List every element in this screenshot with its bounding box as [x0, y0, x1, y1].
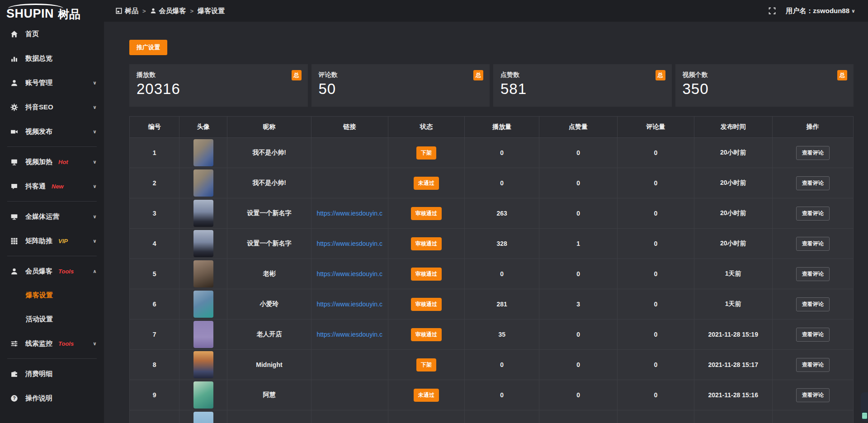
- view-comments-button[interactable]: 查看评论: [796, 267, 830, 281]
- sidebar-item-consumption-detail[interactable]: 消费明细: [0, 362, 104, 386]
- sidebar-item-label: 抖音SEO: [25, 103, 53, 112]
- breadcrumb-separator: >: [142, 8, 146, 14]
- cell-time: 20小时前: [694, 168, 772, 198]
- screen-icon: [10, 158, 18, 166]
- cell-link[interactable]: [311, 380, 388, 410]
- status-badge[interactable]: 下架: [416, 146, 436, 160]
- cell-status: 审核通过: [388, 198, 465, 229]
- floating-side-widget[interactable]: [861, 392, 868, 421]
- sidebar-subitem-activity-settings[interactable]: 活动设置: [0, 307, 104, 331]
- cell-plays: 0: [465, 138, 539, 168]
- sidebar-item-label: 数据总览: [25, 54, 52, 63]
- stat-card-plays: 播放数 20316 总: [129, 64, 308, 107]
- cell-plays: [465, 410, 539, 423]
- view-comments-button[interactable]: 查看评论: [796, 388, 830, 402]
- col-id: 编号: [130, 117, 179, 138]
- chat-bubble-icon: [10, 182, 18, 190]
- table-row: 8 Midnight 下架 0 0 0 2021-11-28 15:17 查看评…: [130, 350, 854, 380]
- cell-comments: 0: [618, 320, 694, 350]
- cell-comments: 0: [618, 168, 694, 198]
- promotion-settings-button[interactable]: 推广设置: [129, 40, 167, 55]
- view-comments-button[interactable]: 查看评论: [796, 176, 830, 190]
- video-camera-icon: [10, 127, 18, 136]
- total-badge: 总: [292, 70, 302, 80]
- cell-link[interactable]: [311, 350, 388, 380]
- status-badge[interactable]: 审核通过: [411, 237, 442, 250]
- total-badge: 总: [837, 70, 847, 80]
- cell-time: 1天前: [694, 289, 772, 320]
- cell-likes: [539, 410, 618, 423]
- avatar: [193, 291, 213, 318]
- view-comments-button[interactable]: 查看评论: [796, 237, 830, 251]
- breadcrumb-item-baoke-settings: 爆客设置: [198, 7, 225, 15]
- cell-actions: 查看评论: [772, 168, 853, 198]
- sidebar-item-clue-monitor[interactable]: 线索监控 Tools ∨: [0, 331, 104, 356]
- cell-link[interactable]: [311, 168, 388, 198]
- sidebar-item-label: 消费明细: [25, 370, 52, 378]
- sidebar-item-member-baoke[interactable]: 会员爆客 Tools ∧: [0, 259, 104, 283]
- cell-link[interactable]: https://www.iesdouyin.c: [311, 289, 388, 320]
- logo-brand: SHUPIN: [6, 8, 54, 20]
- view-comments-button[interactable]: 查看评论: [796, 358, 830, 372]
- sidebar-item-label: 全媒体运营: [25, 212, 59, 221]
- sidebar-item-all-media[interactable]: 全媒体运营 ∨: [0, 204, 104, 229]
- status-badge[interactable]: 审核通过: [411, 268, 442, 281]
- status-badge[interactable]: 未通过: [414, 177, 439, 190]
- tools-badge: Tools: [58, 340, 74, 347]
- avatar: [193, 260, 213, 287]
- cell-id: 5: [130, 259, 179, 289]
- sidebar-item-data-overview[interactable]: 数据总览: [0, 46, 104, 70]
- status-badge[interactable]: 审核通过: [411, 207, 442, 220]
- sidebar-item-label: 首页: [25, 30, 39, 38]
- avatar: [193, 412, 213, 423]
- cell-link[interactable]: [311, 138, 388, 168]
- table-row: 4 设置一个新名字 https://www.iesdouyin.c 审核通过 3…: [130, 229, 854, 259]
- status-badge[interactable]: 审核通过: [411, 298, 442, 311]
- breadcrumb-label: 会员爆客: [159, 7, 186, 15]
- cell-link[interactable]: https://www.iesdouyin.c: [311, 320, 388, 350]
- sidebar-item-douyin-seo[interactable]: 抖音SEO ∨: [0, 95, 104, 119]
- stat-card-comments: 评论数 50 总: [311, 64, 490, 107]
- sidebar-item-account-management[interactable]: 账号管理 ∨: [0, 70, 104, 95]
- sidebar-item-douketong[interactable]: 抖客通 New ∨: [0, 174, 104, 198]
- col-nickname: 昵称: [227, 117, 311, 138]
- table-row-partial: [130, 410, 854, 423]
- cell-likes: 0: [539, 380, 618, 410]
- view-comments-button[interactable]: 查看评论: [796, 207, 830, 221]
- logo-brand-cn: 树品: [58, 9, 80, 20]
- status-badge[interactable]: 审核通过: [411, 328, 442, 341]
- cell-actions: 查看评论: [772, 380, 853, 410]
- sidebar-item-matrix-boost[interactable]: 矩阵助推 VIP ∨: [0, 229, 104, 253]
- cell-status: 审核通过: [388, 289, 465, 320]
- breadcrumb: 树品 > 会员爆客 > 爆客设置: [116, 7, 225, 15]
- sidebar-subitem-baoke-settings[interactable]: 爆客设置: [0, 283, 104, 307]
- chevron-down-icon: ∨: [93, 214, 97, 220]
- cell-link[interactable]: https://www.iesdouyin.c: [311, 198, 388, 229]
- fullscreen-icon[interactable]: [769, 7, 776, 14]
- logo-arc: [8, 4, 63, 9]
- status-badge[interactable]: 未通过: [414, 389, 439, 402]
- view-comments-button[interactable]: 查看评论: [796, 146, 830, 160]
- cell-link[interactable]: https://www.iesdouyin.c: [311, 229, 388, 259]
- sidebar-item-label: 视频发布: [25, 127, 52, 136]
- breadcrumb-item-shupin[interactable]: 树品: [116, 7, 138, 15]
- cell-actions: [772, 410, 853, 423]
- cell-time: 2021-11-28 15:17: [694, 350, 772, 380]
- panel-icon: [116, 8, 122, 14]
- col-status: 状态: [388, 117, 465, 138]
- view-comments-button[interactable]: 查看评论: [796, 297, 830, 311]
- cell-actions: 查看评论: [772, 138, 853, 168]
- breadcrumb-item-member-baoke[interactable]: 会员爆客: [150, 7, 186, 15]
- wallet-icon: [10, 370, 18, 378]
- sidebar-item-video-heating[interactable]: 视频加热 Hot ∨: [0, 150, 104, 174]
- user-menu[interactable]: 用户名：zswodun88 ∨: [786, 7, 855, 15]
- sidebar-item-home[interactable]: 首页: [0, 22, 104, 46]
- sidebar-item-video-publish[interactable]: 视频发布 ∨: [0, 119, 104, 144]
- chevron-down-icon: ∨: [93, 80, 97, 86]
- cell-plays: 328: [465, 229, 539, 259]
- view-comments-button[interactable]: 查看评论: [796, 328, 830, 342]
- status-badge[interactable]: 下架: [416, 358, 436, 371]
- cell-comments: 0: [618, 380, 694, 410]
- sidebar-item-instructions[interactable]: ? 操作说明: [0, 386, 104, 410]
- cell-link[interactable]: https://www.iesdouyin.c: [311, 259, 388, 289]
